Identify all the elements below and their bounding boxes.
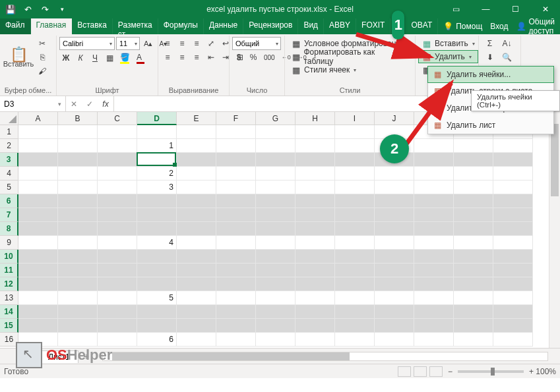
cell-A12[interactable] [18, 277, 58, 291]
cell-H10[interactable] [296, 250, 335, 264]
cell-F1[interactable] [216, 125, 256, 139]
orientation-icon[interactable]: ⤢ [204, 37, 218, 50]
cell-A4[interactable] [18, 167, 58, 181]
cell-A13[interactable] [18, 291, 58, 305]
cell-F12[interactable] [216, 277, 256, 291]
cell-D12[interactable] [137, 277, 177, 291]
cell-G9[interactable] [256, 236, 296, 250]
cell-A11[interactable] [18, 264, 58, 277]
tab-file[interactable]: Файл [0, 18, 31, 34]
cell-H7[interactable] [296, 208, 335, 222]
cell-C1[interactable] [98, 125, 137, 139]
lightbulb-icon[interactable]: 💡 [443, 22, 453, 31]
row-header-3[interactable]: 3 [0, 153, 18, 167]
cell-C13[interactable] [98, 291, 137, 305]
col-header-D[interactable]: D [137, 112, 177, 125]
cell-C14[interactable] [98, 305, 137, 319]
zoom-slider[interactable] [458, 370, 524, 373]
cell-H4[interactable] [296, 167, 335, 181]
cell-D11[interactable] [137, 264, 177, 277]
cell-C15[interactable] [98, 319, 137, 333]
cell-M7[interactable] [493, 208, 533, 222]
cell-L7[interactable] [454, 208, 493, 222]
cell-I9[interactable] [335, 236, 375, 250]
cell-I10[interactable] [335, 250, 375, 264]
cell-A8[interactable] [18, 222, 58, 236]
tab-home[interactable]: Главная [31, 18, 73, 34]
font-name-select[interactable]: Calibri [59, 37, 115, 50]
autosum-icon[interactable]: Σ [482, 37, 498, 50]
cell-F13[interactable] [216, 291, 256, 305]
cell-B3[interactable] [58, 153, 98, 167]
ribbon-options-icon[interactable]: ▭ [441, 0, 471, 18]
cell-F2[interactable] [216, 139, 256, 153]
cell-I4[interactable] [335, 167, 375, 181]
cell-B12[interactable] [58, 277, 98, 291]
tab-layout[interactable]: Разметка ст [113, 18, 158, 34]
row-header-10[interactable]: 10 [0, 250, 18, 264]
tab-insert[interactable]: Вставка [72, 18, 113, 34]
format-painter-icon[interactable]: 🖌 [36, 65, 49, 78]
cell-G2[interactable] [256, 139, 296, 153]
cell-M4[interactable] [493, 167, 533, 181]
cell-K9[interactable] [414, 236, 454, 250]
cell-M16[interactable] [493, 333, 533, 347]
cell-C6[interactable] [98, 194, 137, 208]
col-header-A[interactable]: A [18, 112, 58, 125]
cell-E4[interactable] [177, 167, 216, 181]
cell-C9[interactable] [98, 236, 137, 250]
cell-D8[interactable] [137, 222, 177, 236]
cell-L3[interactable] [454, 153, 493, 167]
cell-I6[interactable] [335, 194, 375, 208]
cell-E15[interactable] [177, 319, 216, 333]
cell-L4[interactable] [454, 167, 493, 181]
cell-B7[interactable] [58, 208, 98, 222]
cell-M8[interactable] [493, 222, 533, 236]
cell-C3[interactable] [98, 153, 137, 167]
cell-M6[interactable] [493, 194, 533, 208]
cell-G1[interactable] [256, 125, 296, 139]
cell-C4[interactable] [98, 167, 137, 181]
percent-icon[interactable]: % [247, 51, 260, 64]
cell-B2[interactable] [58, 139, 98, 153]
bold-button[interactable]: Ж [59, 51, 73, 65]
cell-F16[interactable] [216, 333, 256, 347]
cell-A14[interactable] [18, 305, 58, 319]
cell-G10[interactable] [256, 250, 296, 264]
cell-M13[interactable] [493, 291, 533, 305]
cell-M10[interactable] [493, 250, 533, 264]
page-break-view-icon[interactable] [429, 366, 443, 377]
cell-M5[interactable] [493, 181, 533, 194]
redo-icon[interactable]: ↷ [38, 3, 51, 16]
cell-D2[interactable]: 1 [137, 139, 177, 153]
cell-E1[interactable] [177, 125, 216, 139]
select-all-button[interactable] [0, 112, 18, 125]
font-size-select[interactable]: 11 [116, 37, 140, 50]
col-header-G[interactable]: G [256, 112, 296, 125]
cell-H12[interactable] [296, 277, 335, 291]
cell-D9[interactable]: 4 [137, 236, 177, 250]
align-center-icon[interactable]: ≡ [175, 51, 189, 64]
cell-J9[interactable] [375, 236, 414, 250]
fill-icon[interactable]: ⬇ [482, 51, 498, 64]
align-left-icon[interactable]: ≡ [161, 51, 174, 64]
cell-H9[interactable] [296, 236, 335, 250]
cell-E12[interactable] [177, 277, 216, 291]
cell-E6[interactable] [177, 194, 216, 208]
cell-F15[interactable] [216, 319, 256, 333]
cell-K8[interactable] [414, 222, 454, 236]
cell-G4[interactable] [256, 167, 296, 181]
cell-L5[interactable] [454, 181, 493, 194]
cell-D3[interactable] [137, 153, 177, 167]
cell-E13[interactable] [177, 291, 216, 305]
cells-area[interactable]: 123456 [18, 125, 549, 348]
cell-C11[interactable] [98, 264, 137, 277]
cell-F4[interactable] [216, 167, 256, 181]
cell-K12[interactable] [414, 277, 454, 291]
cell-G3[interactable] [256, 153, 296, 167]
scroll-thumb[interactable] [112, 352, 350, 360]
fx-icon[interactable]: fx [98, 99, 113, 109]
find-select-icon[interactable]: 🔍 [499, 51, 514, 64]
cell-J6[interactable] [375, 194, 414, 208]
cell-E16[interactable] [177, 333, 216, 347]
